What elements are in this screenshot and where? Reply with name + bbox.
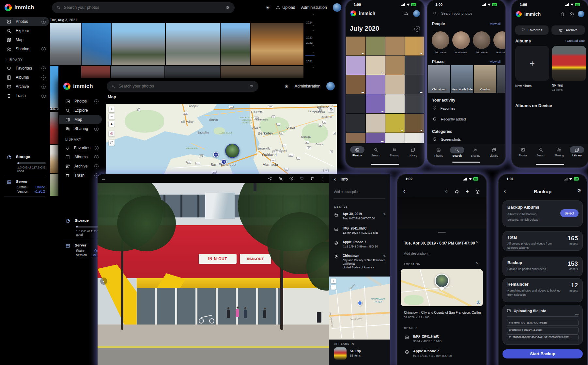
theme-toggle-icon[interactable]: ☀	[284, 84, 288, 89]
place-tile[interactable]: P	[497, 65, 505, 93]
edit-location-pencil-icon[interactable]: ✎	[476, 262, 478, 265]
nav-library[interactable]: Library	[568, 146, 586, 167]
nav-photos[interactable]: Photos	[430, 147, 447, 165]
photo-tile[interactable]	[405, 56, 424, 75]
map-settings-gear-icon[interactable]: ⚙	[328, 106, 334, 112]
person-face[interactable]	[452, 31, 470, 49]
add-name-link[interactable]: Add name	[473, 51, 490, 54]
search-input[interactable]	[64, 5, 223, 10]
minimap-zoom-in[interactable]: +	[331, 278, 336, 283]
edit-date-pencil-icon[interactable]: ✎	[383, 213, 386, 216]
timeline-scrubber-handle[interactable]	[305, 56, 315, 56]
share-icon[interactable]	[268, 176, 272, 181]
sidebar-item-archive[interactable]: Archivei	[59, 162, 102, 171]
photo-thumbnail[interactable]	[221, 66, 303, 78]
map-canvas[interactable]: LarkspurMill ValleyTiburonSausalitoANGEL…	[106, 104, 337, 174]
immich-logo[interactable]: immich	[63, 83, 93, 90]
photo-thumbnail[interactable]	[166, 23, 220, 65]
photo-thumbnail[interactable]	[50, 174, 58, 196]
sidebar-item-albums[interactable]: Albumsi	[0, 73, 49, 82]
person-face[interactable]	[432, 31, 449, 49]
sidebar-item-favorites[interactable]: Favoritesi	[0, 64, 49, 73]
photo-tile[interactable]	[346, 75, 365, 94]
sidebar-item-trash[interactable]: Trashi	[59, 171, 102, 180]
photo-tile[interactable]	[385, 133, 405, 143]
administration-link[interactable]: Administration	[301, 5, 327, 10]
close-icon[interactable]: ×	[333, 177, 336, 182]
photo-thumbnail[interactable]	[50, 112, 58, 144]
map-info-icon[interactable]: ⓘ	[477, 301, 480, 304]
cloud-upload-icon[interactable]	[455, 189, 460, 194]
archive-button[interactable]: Archive	[551, 25, 585, 35]
photo-thumbnail[interactable]	[251, 23, 303, 65]
photo-tile[interactable]	[346, 56, 365, 75]
sidebar-item-photos[interactable]: Photosi	[0, 17, 49, 26]
info-icon[interactable]	[475, 189, 480, 194]
add-name-link[interactable]: Add name	[432, 51, 449, 54]
favorites-row[interactable]: ♡Favorites	[433, 106, 455, 110]
photo-tile[interactable]	[366, 56, 385, 75]
photo-thumbnail[interactable]	[111, 66, 164, 78]
photo-thumbnail[interactable]	[50, 23, 81, 65]
photo-tile[interactable]	[366, 37, 385, 56]
photo-tile[interactable]	[346, 133, 365, 143]
edit-location-pencil-icon[interactable]: ✎	[383, 255, 386, 258]
select-button[interactable]: Select	[560, 209, 579, 217]
place-tile[interactable]: Omaha	[474, 65, 496, 93]
sort-control[interactable]: ↑ Created date	[565, 39, 585, 42]
photo-thumbnail[interactable]	[165, 66, 220, 78]
nav-library[interactable]: Library	[404, 146, 422, 167]
zoom-in-icon[interactable]	[278, 176, 283, 181]
back-icon[interactable]: ←	[101, 176, 106, 181]
edit-date-pencil-icon[interactable]: ✎	[476, 241, 478, 244]
map-filter-button[interactable]: ⊘	[109, 131, 115, 136]
add-name-link[interactable]: Add name	[452, 51, 470, 54]
favorite-heart-icon[interactable]: ♡	[445, 189, 449, 194]
map-compass-button[interactable]: ▲	[109, 121, 115, 127]
cloud-sync-icon[interactable]	[403, 11, 409, 16]
filter-sliders-icon[interactable]	[226, 5, 230, 10]
immich-logo[interactable]: immich	[5, 4, 34, 11]
photo-thumbnail[interactable]	[221, 23, 250, 65]
photo-tile[interactable]	[385, 94, 405, 113]
avatar[interactable]	[333, 3, 341, 12]
nav-library[interactable]: Library	[485, 147, 503, 165]
photo-tile[interactable]	[405, 75, 424, 94]
sheet-handle[interactable]	[438, 232, 446, 233]
photo-tile[interactable]	[366, 75, 385, 94]
search-bar[interactable]: Search your photos	[433, 11, 472, 16]
photo-tile[interactable]	[385, 75, 405, 94]
map-photo-marker[interactable]	[435, 274, 449, 288]
sidebar-item-trash[interactable]: Trashi	[0, 91, 49, 100]
album-name[interactable]: SF Trip	[350, 349, 361, 353]
theme-toggle-icon[interactable]: ☀	[266, 5, 270, 10]
more-menu-icon[interactable]: ⋮	[321, 177, 325, 181]
recently-added-row[interactable]: Recently added	[433, 117, 466, 121]
photo-dark-preview[interactable]	[397, 197, 486, 229]
photo-tile[interactable]	[405, 37, 424, 56]
add-name-link[interactable]: Add name	[493, 51, 505, 54]
map-photo-marker[interactable]	[225, 144, 240, 158]
add-icon[interactable]: +	[466, 189, 469, 194]
description-input[interactable]: Add description...	[404, 251, 430, 255]
screenshots-row[interactable]: Screenshots	[433, 137, 461, 141]
cloud-sync-icon[interactable]	[569, 12, 574, 17]
album-thumbnail[interactable]	[334, 347, 347, 360]
photo-tile[interactable]	[405, 94, 424, 113]
avatar[interactable]	[413, 10, 420, 17]
start-backup-button[interactable]: Start Backup	[503, 349, 583, 358]
nav-photos[interactable]: Photos	[514, 146, 532, 167]
map-zoom-in-button[interactable]: +	[109, 106, 115, 112]
info-icon[interactable]	[289, 176, 294, 181]
search-bar[interactable]	[52, 2, 235, 13]
avatar[interactable]	[326, 82, 335, 90]
select-all-icon[interactable]: ✓	[414, 26, 420, 32]
photo-thumbnail[interactable]	[82, 23, 111, 65]
info-minimap[interactable]: Pier 45 FISHERMAN'S WHARF Beach Street L…	[329, 277, 390, 340]
settings-gear-icon[interactable]: ⚙	[577, 188, 581, 193]
photo-tile[interactable]	[385, 37, 405, 56]
sidebar-item-map[interactable]: Map	[59, 115, 102, 124]
sidebar-item-photos[interactable]: Photosi	[59, 97, 102, 106]
sidebar-item-sharing[interactable]: Sharingi	[59, 124, 102, 133]
sidebar-item-explore[interactable]: Explore	[59, 106, 102, 115]
